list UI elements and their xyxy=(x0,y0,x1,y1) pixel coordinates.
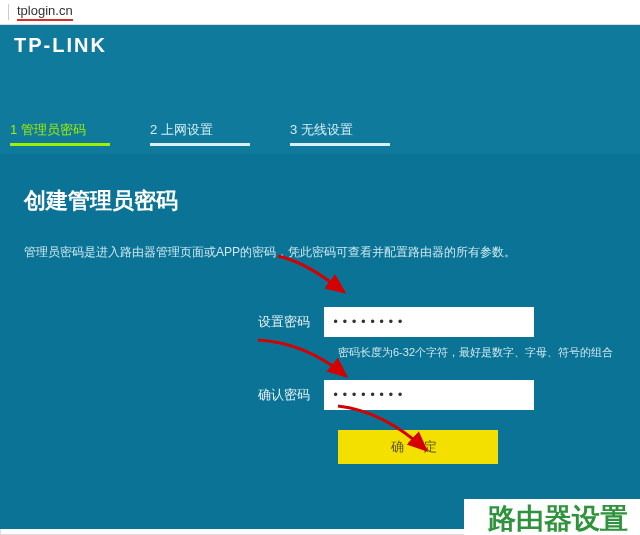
brand-header: TP-LINK xyxy=(0,25,640,65)
step-label: 1 管理员密码 xyxy=(10,121,110,143)
step-underline xyxy=(10,143,110,146)
page-description: 管理员密码是进入路由器管理页面或APP的密码，凭此密码可查看并配置路由器的所有参… xyxy=(24,244,616,261)
watermark-text: 路由器设置 xyxy=(488,504,632,535)
annotation-arrow-2 xyxy=(254,336,354,386)
address-bar-url[interactable]: tplogin.cn xyxy=(17,3,73,21)
confirm-row: 确认密码 •••••••• xyxy=(24,380,616,410)
step-2-internet[interactable]: 2 上网设置 xyxy=(150,121,250,146)
step-label: 3 无线设置 xyxy=(290,121,390,143)
address-bar-divider xyxy=(8,4,9,20)
step-1-admin-password[interactable]: 1 管理员密码 xyxy=(10,121,110,146)
step-3-wireless[interactable]: 3 无线设置 xyxy=(290,121,390,146)
password-label: 设置密码 xyxy=(24,313,324,331)
step-underline xyxy=(150,143,250,146)
step-underline xyxy=(290,143,390,146)
setup-steps: 1 管理员密码 2 上网设置 3 无线设置 xyxy=(0,65,640,154)
step-label: 2 上网设置 xyxy=(150,121,250,143)
main-content: 创建管理员密码 管理员密码是进入路由器管理页面或APP的密码，凭此密码可查看并配… xyxy=(0,154,640,529)
page-title: 创建管理员密码 xyxy=(24,186,616,216)
submit-button[interactable]: 确 定 xyxy=(338,430,498,464)
confirm-label: 确认密码 xyxy=(24,386,324,404)
address-bar[interactable]: tplogin.cn xyxy=(0,0,640,25)
password-row: 设置密码 •••••••• xyxy=(24,307,616,337)
confirm-input[interactable]: •••••••• xyxy=(324,380,534,410)
brand-logo-text: TP-LINK xyxy=(14,34,107,57)
password-hint: 密码长度为6-32个字符，最好是数字、字母、符号的组合 xyxy=(338,345,616,360)
password-input[interactable]: •••••••• xyxy=(324,307,534,337)
